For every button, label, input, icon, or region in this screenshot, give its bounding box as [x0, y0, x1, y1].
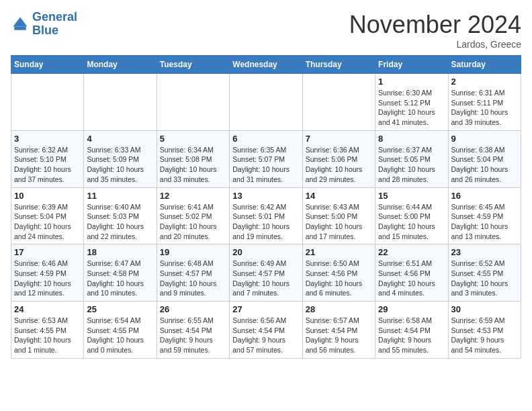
calendar-cell: 16Sunrise: 6:45 AMSunset: 4:59 PMDayligh…	[448, 187, 521, 244]
week-row-2: 3Sunrise: 6:32 AMSunset: 5:10 PMDaylight…	[11, 130, 521, 187]
calendar-cell: 26Sunrise: 6:55 AMSunset: 4:54 PMDayligh…	[157, 302, 229, 359]
calendar-cell: 22Sunrise: 6:51 AMSunset: 4:56 PMDayligh…	[375, 244, 448, 302]
day-info: Sunrise: 6:44 AMSunset: 5:00 PMDaylight:…	[378, 202, 445, 242]
week-row-4: 17Sunrise: 6:46 AMSunset: 4:59 PMDayligh…	[11, 244, 521, 302]
logo-line1: General	[32, 11, 77, 24]
calendar-cell: 6Sunrise: 6:35 AMSunset: 5:07 PMDaylight…	[230, 130, 302, 187]
day-info: Sunrise: 6:45 AMSunset: 4:59 PMDaylight:…	[451, 202, 518, 242]
weekday-header-friday: Friday	[375, 56, 448, 74]
calendar-cell: 9Sunrise: 6:38 AMSunset: 5:04 PMDaylight…	[448, 130, 521, 187]
calendar-cell: 8Sunrise: 6:37 AMSunset: 5:05 PMDaylight…	[375, 130, 448, 187]
calendar-cell: 4Sunrise: 6:33 AMSunset: 5:09 PMDaylight…	[84, 130, 157, 187]
daylight-hours: Daylight: 9 hours	[306, 336, 359, 344]
day-info: Sunrise: 6:56 AMSunset: 4:54 PMDaylight:…	[232, 316, 299, 355]
day-info: Sunrise: 6:39 AMSunset: 5:04 PMDaylight:…	[14, 202, 81, 242]
daylight-hours: Daylight: 10 hours	[14, 336, 71, 344]
calendar-cell: 12Sunrise: 6:41 AMSunset: 5:02 PMDayligh…	[157, 187, 229, 244]
calendar-cell: 1Sunrise: 6:30 AMSunset: 5:12 PMDaylight…	[375, 74, 448, 131]
logo-icon	[11, 15, 30, 34]
title-area: November 2024 Lardos, Greece	[349, 11, 521, 50]
daylight-hours: Daylight: 10 hours	[14, 279, 71, 287]
calendar-cell: 17Sunrise: 6:46 AMSunset: 4:59 PMDayligh…	[11, 244, 84, 302]
day-info: Sunrise: 6:30 AMSunset: 5:12 PMDaylight:…	[378, 88, 445, 128]
calendar-cell: 15Sunrise: 6:44 AMSunset: 5:00 PMDayligh…	[375, 187, 448, 244]
weekday-header-wednesday: Wednesday	[230, 56, 302, 74]
daylight-hours: Daylight: 10 hours	[306, 165, 363, 173]
daylight-hours: Daylight: 10 hours	[451, 165, 508, 173]
day-number: 20	[232, 247, 299, 257]
day-number: 10	[14, 191, 81, 201]
daylight-hours: Daylight: 10 hours	[14, 222, 71, 230]
day-info: Sunrise: 6:36 AMSunset: 5:06 PMDaylight:…	[306, 145, 372, 185]
calendar-cell: 14Sunrise: 6:43 AMSunset: 5:00 PMDayligh…	[302, 187, 375, 244]
weekday-header-row: SundayMondayTuesdayWednesdayThursdayFrid…	[11, 56, 521, 74]
calendar-cell	[84, 74, 157, 131]
week-row-5: 24Sunrise: 6:53 AMSunset: 4:55 PMDayligh…	[11, 302, 521, 359]
calendar-cell: 5Sunrise: 6:34 AMSunset: 5:08 PMDaylight…	[157, 130, 229, 187]
day-info: Sunrise: 6:41 AMSunset: 5:02 PMDaylight:…	[160, 202, 226, 242]
day-number: 2	[451, 77, 518, 87]
daylight-hours: Daylight: 10 hours	[232, 222, 290, 230]
daylight-hours: Daylight: 10 hours	[87, 336, 144, 344]
calendar-cell: 28Sunrise: 6:57 AMSunset: 4:54 PMDayligh…	[302, 302, 375, 359]
daylight-hours: Daylight: 10 hours	[87, 222, 144, 230]
day-info: Sunrise: 6:52 AMSunset: 4:55 PMDaylight:…	[451, 259, 518, 298]
calendar-cell: 24Sunrise: 6:53 AMSunset: 4:55 PMDayligh…	[11, 302, 84, 359]
day-info: Sunrise: 6:54 AMSunset: 4:55 PMDaylight:…	[87, 316, 153, 355]
week-row-1: 1Sunrise: 6:30 AMSunset: 5:12 PMDaylight…	[11, 74, 521, 131]
day-number: 4	[87, 134, 153, 144]
calendar-cell: 10Sunrise: 6:39 AMSunset: 5:04 PMDayligh…	[11, 187, 84, 244]
day-info: Sunrise: 6:35 AMSunset: 5:07 PMDaylight:…	[232, 145, 299, 185]
day-number: 12	[160, 191, 226, 201]
day-info: Sunrise: 6:58 AMSunset: 4:54 PMDaylight:…	[378, 316, 445, 355]
header: General Blue November 2024 Lardos, Greec…	[11, 11, 521, 50]
day-info: Sunrise: 6:59 AMSunset: 4:53 PMDaylight:…	[451, 316, 518, 355]
day-info: Sunrise: 6:32 AMSunset: 5:10 PMDaylight:…	[14, 145, 81, 185]
daylight-hours: Daylight: 9 hours	[232, 336, 285, 344]
daylight-hours: Daylight: 10 hours	[378, 108, 435, 116]
calendar-cell	[302, 74, 375, 131]
calendar-cell	[157, 74, 229, 131]
day-info: Sunrise: 6:42 AMSunset: 5:01 PMDaylight:…	[232, 202, 299, 242]
logo: General Blue	[11, 11, 77, 38]
day-info: Sunrise: 6:46 AMSunset: 4:59 PMDaylight:…	[14, 259, 81, 298]
daylight-hours: Daylight: 10 hours	[306, 222, 363, 230]
day-info: Sunrise: 6:38 AMSunset: 5:04 PMDaylight:…	[451, 145, 518, 185]
day-info: Sunrise: 6:51 AMSunset: 4:56 PMDaylight:…	[378, 259, 445, 298]
daylight-hours: Daylight: 10 hours	[232, 279, 290, 287]
day-number: 30	[451, 304, 518, 314]
calendar-cell: 23Sunrise: 6:52 AMSunset: 4:55 PMDayligh…	[448, 244, 521, 302]
week-row-3: 10Sunrise: 6:39 AMSunset: 5:04 PMDayligh…	[11, 187, 521, 244]
logo-line2: Blue	[32, 24, 77, 38]
day-number: 7	[306, 134, 372, 144]
day-number: 29	[378, 304, 445, 314]
weekday-header-sunday: Sunday	[11, 56, 84, 74]
day-number: 15	[378, 191, 445, 201]
day-number: 27	[232, 304, 299, 314]
calendar-cell: 30Sunrise: 6:59 AMSunset: 4:53 PMDayligh…	[448, 302, 521, 359]
daylight-hours: Daylight: 10 hours	[451, 108, 508, 116]
daylight-hours: Daylight: 10 hours	[451, 279, 508, 287]
calendar-cell: 21Sunrise: 6:50 AMSunset: 4:56 PMDayligh…	[302, 244, 375, 302]
calendar-cell: 27Sunrise: 6:56 AMSunset: 4:54 PMDayligh…	[230, 302, 302, 359]
day-number: 9	[451, 134, 518, 144]
calendar-cell: 7Sunrise: 6:36 AMSunset: 5:06 PMDaylight…	[302, 130, 375, 187]
weekday-header-thursday: Thursday	[302, 56, 375, 74]
calendar-cell: 25Sunrise: 6:54 AMSunset: 4:55 PMDayligh…	[84, 302, 157, 359]
calendar-cell: 11Sunrise: 6:40 AMSunset: 5:03 PMDayligh…	[84, 187, 157, 244]
day-info: Sunrise: 6:50 AMSunset: 4:56 PMDaylight:…	[306, 259, 372, 298]
svg-rect-1	[14, 26, 26, 30]
day-number: 14	[306, 191, 372, 201]
weekday-header-tuesday: Tuesday	[157, 56, 229, 74]
calendar-cell: 29Sunrise: 6:58 AMSunset: 4:54 PMDayligh…	[375, 302, 448, 359]
daylight-hours: Daylight: 10 hours	[14, 165, 71, 173]
daylight-hours: Daylight: 9 hours	[378, 336, 431, 344]
daylight-hours: Daylight: 10 hours	[160, 222, 217, 230]
day-number: 19	[160, 247, 226, 257]
calendar-cell: 13Sunrise: 6:42 AMSunset: 5:01 PMDayligh…	[230, 187, 302, 244]
day-number: 11	[87, 191, 153, 201]
day-number: 22	[378, 247, 445, 257]
calendar-cell: 18Sunrise: 6:47 AMSunset: 4:58 PMDayligh…	[84, 244, 157, 302]
svg-marker-0	[13, 17, 28, 26]
day-number: 26	[160, 304, 226, 314]
